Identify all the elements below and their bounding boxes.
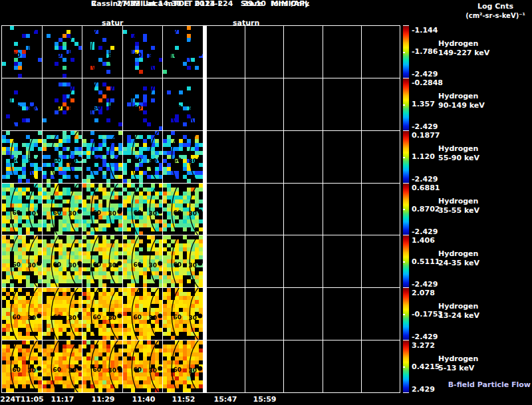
- heatmap-panel: [43, 131, 82, 183]
- heatmap-canvas: [43, 131, 82, 183]
- heatmap-canvas: [2, 340, 42, 392]
- heatmap-panel: [123, 78, 163, 130]
- species-label: Hydrogen: [438, 354, 478, 364]
- heatmap-panel-empty: [284, 131, 322, 183]
- x-axis-tick-label: 11:17: [51, 395, 74, 404]
- heatmap-panel: [123, 340, 163, 392]
- heatmap-canvas: [123, 26, 163, 78]
- heatmap-panel-empty: [323, 235, 361, 287]
- heatmap-grid-data: [1, 25, 203, 393]
- heatmap-panel: [43, 288, 82, 340]
- heatmap-panel-empty: [362, 78, 400, 130]
- heatmap-panel-empty: [284, 288, 322, 340]
- scale-top-value: 0.1877: [412, 131, 440, 140]
- heatmap-panel: [82, 78, 122, 130]
- heatmap-panel-empty: [362, 26, 400, 78]
- energy-band-label: 35-55 keV: [438, 206, 479, 215]
- heatmap-canvas: [82, 131, 122, 183]
- heatmap-panel-empty: [207, 235, 245, 287]
- energy-band-label: 13-24 keV: [438, 311, 479, 321]
- heatmap-canvas: [82, 184, 122, 235]
- heatmap-panel-empty: [362, 184, 400, 235]
- x-axis-tick-label: 11:40: [132, 395, 155, 404]
- scale-top-value: 0.6881: [412, 184, 440, 192]
- scale-bottom-value: -2.429: [412, 175, 438, 184]
- heatmap-panel-empty: [207, 26, 245, 78]
- heatmap-panel: [82, 235, 122, 287]
- heatmap-panel-empty: [245, 131, 283, 183]
- heatmap-canvas: [43, 184, 82, 235]
- energy-band-label: 149-227 keV: [438, 49, 489, 58]
- heatmap-canvas: [123, 131, 163, 183]
- heatmap-panel: [123, 131, 163, 183]
- energy-band-label: 5-13 keV: [438, 364, 474, 373]
- heatmap-panel: [163, 78, 203, 130]
- species-label: Hydrogen: [438, 197, 478, 206]
- heatmap-panel: [163, 184, 203, 235]
- heatmap-canvas: [123, 184, 163, 235]
- x-axis-tick-label: 15:47: [213, 395, 237, 404]
- colorbar-mid-tick: [403, 314, 405, 315]
- heatmap-panel: [43, 184, 82, 235]
- scale-bottom-value: -2.429: [412, 333, 438, 341]
- heatmap-canvas: [43, 235, 82, 287]
- heatmap-canvas: [82, 78, 122, 130]
- heatmap-panel: [123, 26, 163, 78]
- heatmap-panel: [2, 78, 42, 130]
- heatmap-panel-empty: [362, 131, 400, 183]
- heatmap-panel: [163, 235, 203, 287]
- colorbar: [403, 235, 409, 287]
- heatmap-panel-empty: [207, 184, 245, 235]
- heatmap-panel: [123, 235, 163, 287]
- heatmap-canvas: [82, 288, 122, 340]
- heatmap-canvas: [163, 184, 203, 235]
- mimi-display-window: Cassini/MIMI Inca mTOF 2013-224 Stare Io…: [0, 0, 532, 405]
- x-axis-tick-label: 11:29: [91, 395, 114, 404]
- colorbar: [403, 184, 409, 235]
- scale-top-value: -1.144: [412, 26, 438, 35]
- heatmap-panel: [43, 340, 82, 392]
- heatmap-panel: [82, 340, 122, 392]
- x-axis-tick-label: 15:59: [253, 395, 276, 404]
- scale-top-value: 2.078: [412, 289, 435, 297]
- heatmap-panel-empty: [362, 288, 400, 340]
- heatmap-panel: [2, 26, 42, 78]
- heatmap-panel-empty: [245, 235, 283, 287]
- scale-mid-value: 0.5111: [412, 257, 440, 266]
- heatmap-panel: [82, 26, 122, 78]
- heatmap-canvas: [2, 26, 42, 78]
- colorbar: [403, 340, 409, 392]
- heatmap-panel-empty: [284, 78, 322, 130]
- heatmap-panel: [2, 288, 42, 340]
- heatmap-canvas: [2, 78, 42, 130]
- species-label: Hydrogen: [438, 92, 478, 101]
- heatmap-panel-empty: [245, 78, 283, 130]
- colorbar-mid-tick: [403, 261, 405, 263]
- heatmap-panel: [2, 235, 42, 287]
- colorbar: [403, 78, 409, 130]
- heatmap-panel-empty: [362, 340, 400, 392]
- heatmap-canvas: [43, 26, 82, 78]
- scale-mid-value: 0.8702: [412, 205, 440, 213]
- colorbar: [403, 26, 409, 78]
- heatmap-panel: [43, 78, 82, 130]
- heatmap-canvas: [43, 78, 82, 130]
- colorbar-mid-tick: [403, 52, 405, 53]
- heatmap-canvas: [82, 26, 122, 78]
- heatmap-panel-empty: [207, 78, 245, 130]
- heatmap-canvas: [123, 340, 163, 392]
- species-label: Hydrogen: [438, 302, 478, 311]
- scale-top-value: -0.2848: [412, 78, 443, 87]
- heatmap-plot-area: [1, 25, 400, 393]
- heatmap-panel: [43, 235, 82, 287]
- heatmap-panel-empty: [284, 235, 322, 287]
- colorbar-mid-tick: [403, 366, 405, 368]
- heatmap-panel: [2, 184, 42, 235]
- heatmap-canvas: [43, 340, 82, 392]
- heatmap-panel-empty: [245, 184, 283, 235]
- heatmap-panel: [163, 288, 203, 340]
- heatmap-panel-empty: [323, 288, 361, 340]
- energy-band-label: 24-35 keV: [438, 259, 479, 268]
- heatmap-panel-empty: [323, 78, 361, 130]
- colorbar-mid-tick: [403, 157, 405, 158]
